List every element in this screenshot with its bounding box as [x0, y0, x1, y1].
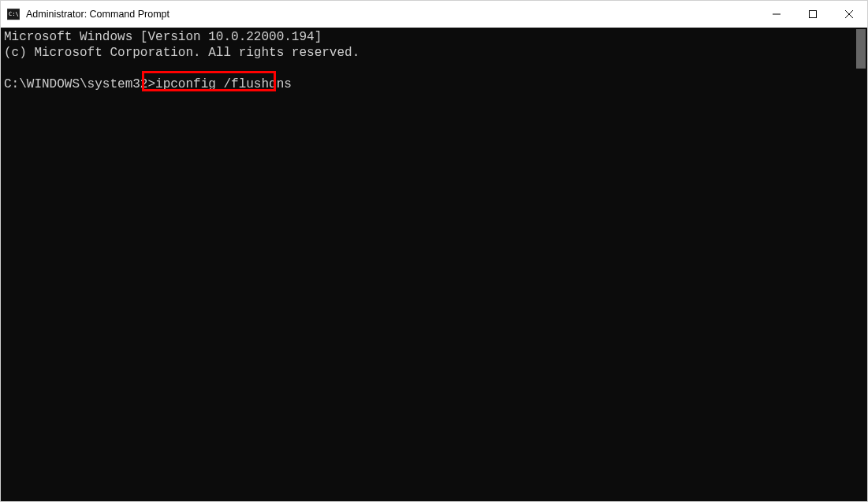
vertical-scrollbar[interactable]	[856, 29, 866, 69]
svg-text:C:\: C:\	[9, 11, 19, 17]
window-title: Administrator: Command Prompt	[26, 9, 758, 20]
prompt-path: C:\WINDOWS\system32>	[4, 77, 155, 91]
cmd-icon: C:\	[7, 8, 20, 20]
version-line: Microsoft Windows [Version 10.0.22000.19…	[4, 30, 322, 44]
copyright-line: (c) Microsoft Corporation. All rights re…	[4, 46, 359, 60]
svg-line-5	[845, 10, 853, 18]
typed-command: ipconfig /flushdns	[155, 77, 292, 91]
svg-line-4	[845, 10, 853, 18]
minimize-button[interactable]	[758, 1, 795, 28]
close-button[interactable]	[831, 1, 867, 28]
maximize-button[interactable]	[795, 1, 831, 28]
titlebar[interactable]: C:\ Administrator: Command Prompt	[1, 1, 867, 28]
window-controls	[758, 1, 867, 28]
svg-rect-3	[810, 11, 817, 18]
command-prompt-window: C:\ Administrator: Command Prompt Micros…	[0, 0, 868, 502]
terminal-output: Microsoft Windows [Version 10.0.22000.19…	[1, 28, 867, 94]
terminal-area[interactable]: Microsoft Windows [Version 10.0.22000.19…	[1, 28, 867, 501]
